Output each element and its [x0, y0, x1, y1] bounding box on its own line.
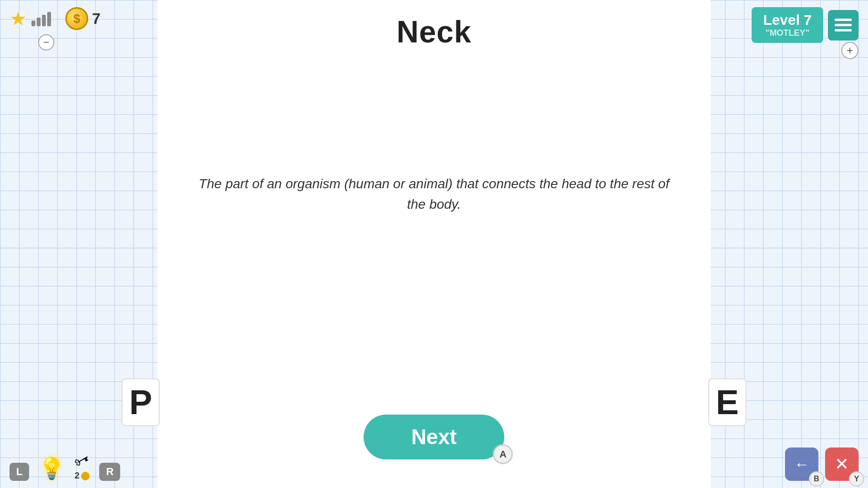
key-dot: [81, 472, 90, 480]
left-letter-tile: P: [122, 378, 160, 426]
minus-button[interactable]: −: [38, 34, 54, 51]
menu-line: [835, 29, 852, 31]
plus-button[interactable]: +: [841, 42, 858, 59]
menu-line: [835, 19, 852, 21]
star-icon: ★: [10, 9, 27, 28]
top-left-hud: ★ $ 7: [10, 7, 101, 30]
signal-bars-icon: [31, 11, 51, 26]
level-badge: Level 7 "MOTLEY": [752, 7, 823, 43]
key-area: 🗝 2: [74, 451, 90, 481]
bar2: [37, 18, 41, 26]
definition-text: The part of an organism (human or animal…: [157, 173, 711, 215]
hint-bulb-icon[interactable]: 💡: [39, 456, 65, 481]
bar1: [31, 20, 35, 26]
right-letter-tile: E: [708, 378, 746, 426]
key-icon[interactable]: 🗝: [71, 448, 93, 471]
close-button[interactable]: ✕ Y: [825, 447, 858, 481]
level-name: "MOTLEY": [763, 28, 812, 38]
menu-button[interactable]: [828, 10, 858, 41]
coin-icon: $: [65, 7, 88, 30]
next-button[interactable]: Next A: [363, 415, 504, 459]
back-button[interactable]: ← B: [785, 447, 818, 481]
bottom-left-hud: L 💡 🗝 2 R: [10, 451, 120, 481]
bar4: [47, 12, 51, 26]
l-shortcut-badge: L: [10, 463, 29, 481]
next-area: Next A: [363, 415, 504, 459]
y-badge: Y: [849, 471, 864, 487]
word-title: Neck: [397, 14, 472, 50]
bottom-right-hud: ← B ✕ Y: [785, 447, 858, 481]
bar3: [42, 15, 46, 26]
coin-count: 7: [92, 10, 101, 28]
menu-line: [835, 24, 852, 26]
top-right-hud: Level 7 "MOTLEY": [752, 7, 858, 43]
coin-area: $ 7: [65, 7, 101, 30]
r-shortcut-badge: R: [99, 463, 120, 481]
key-count: 2: [74, 471, 90, 481]
b-badge: B: [809, 471, 824, 487]
level-number: Level 7: [763, 12, 812, 28]
